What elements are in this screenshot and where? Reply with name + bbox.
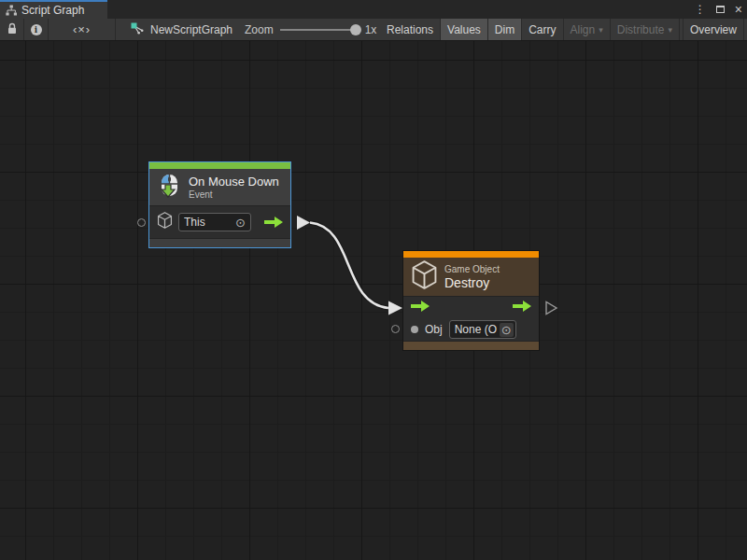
zoom-slider-handle[interactable] xyxy=(350,24,361,35)
node-footer xyxy=(149,238,290,247)
graph-name: NewScriptGraph xyxy=(150,23,233,36)
flow-port-row xyxy=(403,297,539,318)
overview-button[interactable]: Overview xyxy=(683,19,744,40)
zoom-value: 1x xyxy=(365,23,377,36)
game-object-cube-icon xyxy=(411,260,438,293)
node-header[interactable]: Game Object Destroy xyxy=(403,258,539,296)
info-button[interactable]: i xyxy=(24,19,48,40)
tab-title: Script Graph xyxy=(21,4,84,17)
node-on-mouse-down[interactable]: On Mouse Down Event This ⊙ xyxy=(148,161,291,248)
node-accent-bar xyxy=(403,251,539,258)
node-title: On Mouse Down xyxy=(189,175,279,189)
node-destroy[interactable]: Game Object Destroy Obj xyxy=(402,250,540,351)
relations-button[interactable]: Relations xyxy=(380,19,441,40)
node-subtitle: Event xyxy=(189,189,279,200)
node-title: Destroy xyxy=(444,275,500,290)
close-icon[interactable]: × xyxy=(735,3,742,16)
obj-param-row: Obj None (O ⊙ xyxy=(403,318,539,341)
lock-button[interactable] xyxy=(0,19,23,40)
align-dropdown[interactable]: Align ▾ xyxy=(564,19,611,40)
window-controls: ⋮ × xyxy=(695,0,742,19)
tab-script-graph[interactable]: Script Graph xyxy=(0,0,107,19)
lock-icon xyxy=(7,22,18,37)
toolbar-separator xyxy=(115,19,116,40)
node-supertitle: Game Object xyxy=(444,264,500,274)
object-picker-icon[interactable]: ⊙ xyxy=(235,217,246,229)
tab-bar: Script Graph ⋮ × xyxy=(0,0,747,19)
node-header[interactable]: On Mouse Down Event xyxy=(149,169,290,205)
flow-input-arrow-icon[interactable] xyxy=(411,300,430,316)
zoom-slider[interactable] xyxy=(280,29,359,31)
node-accent-bar xyxy=(149,162,290,169)
node-titles: Game Object Destroy xyxy=(444,264,500,290)
obj-input-port[interactable] xyxy=(391,325,400,333)
node-titles: On Mouse Down Event xyxy=(189,175,279,200)
toolbar-icon-group: i ‹×› xyxy=(0,19,116,40)
object-picker-icon[interactable]: ⊙ xyxy=(500,323,514,337)
maximize-icon[interactable] xyxy=(716,6,725,13)
event-target-port[interactable] xyxy=(137,218,146,227)
window-menu-icon[interactable]: ⋮ xyxy=(695,4,706,15)
values-button[interactable]: Values xyxy=(441,19,488,40)
dim-button[interactable]: Dim xyxy=(488,19,522,40)
graph-toolbar: i ‹×› NewScriptGraph Zoom xyxy=(0,19,747,41)
info-icon: i xyxy=(31,24,42,35)
node-body: Obj None (O ⊙ xyxy=(403,296,539,341)
node-body: This ⊙ xyxy=(149,205,290,238)
node-footer xyxy=(403,341,539,350)
script-graph-window: Script Graph ⋮ × i ‹ xyxy=(0,0,747,560)
graph-node-icon xyxy=(131,22,144,37)
param-label: Obj xyxy=(425,323,443,336)
flow-output-arrow-icon[interactable] xyxy=(264,216,283,229)
distribute-dropdown[interactable]: Distribute ▾ xyxy=(611,19,680,40)
code-preview-button[interactable]: ‹×› xyxy=(49,19,115,40)
chevron-down-icon: ▾ xyxy=(599,25,603,35)
toolbar-buttons: Relations Values Dim Carry Align ▾ Distr… xyxy=(380,19,747,40)
graph-hierarchy-icon xyxy=(6,5,17,16)
code-icon: ‹×› xyxy=(73,22,91,36)
value-input-dot-icon[interactable] xyxy=(411,326,418,333)
graph-canvas[interactable] xyxy=(0,41,747,560)
game-object-cube-icon xyxy=(157,212,173,232)
target-object-field[interactable]: This ⊙ xyxy=(178,213,251,231)
obj-value-field[interactable]: None (O ⊙ xyxy=(449,320,516,339)
mouse-down-event-icon xyxy=(157,173,182,202)
carry-button[interactable]: Carry xyxy=(522,19,563,40)
flow-output-arrow-icon[interactable] xyxy=(513,300,531,316)
zoom-control: Zoom 1x xyxy=(245,19,376,40)
chevron-down-icon: ▾ xyxy=(668,25,672,35)
zoom-label: Zoom xyxy=(245,23,274,36)
graph-reference[interactable]: NewScriptGraph xyxy=(131,19,233,40)
